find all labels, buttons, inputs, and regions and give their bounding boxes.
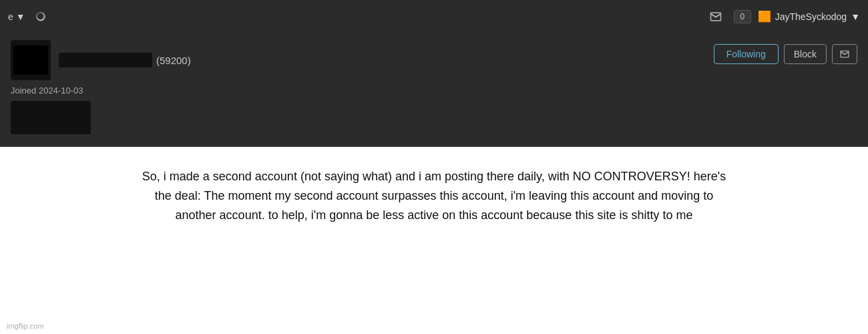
score: (59200) (156, 55, 191, 66)
username-row: (59200) (59, 53, 191, 67)
search-button[interactable] (32, 7, 52, 27)
topbar-right: 0 🟧 JayTheSyckodog ▼ (704, 5, 860, 28)
block-button[interactable]: Block (784, 44, 827, 64)
username-label: JayTheSyckodog (775, 11, 847, 22)
topbar-left: e ▼ (8, 7, 52, 27)
profile-name-score: (59200) (59, 53, 191, 67)
avatar (11, 40, 51, 80)
profile-actions: Following Block (714, 44, 857, 64)
username-blurred (59, 53, 152, 67)
mail-button[interactable] (704, 5, 727, 28)
user-dropdown-icon: ▼ (851, 11, 860, 22)
mail-icon (709, 10, 722, 23)
profile-header: (59200) Joined 2024-10-03 Following Bloc… (0, 33, 868, 147)
post-text: So, i made a second account (not saying … (134, 167, 734, 224)
user-flag: 🟧 (758, 10, 771, 23)
message-icon (839, 49, 850, 59)
nav-dropdown-label: e ▼ (8, 11, 25, 22)
nav-dropdown[interactable]: e ▼ (8, 11, 25, 22)
search-icon (35, 10, 49, 23)
message-button[interactable] (832, 44, 857, 64)
post-area: So, i made a second account (not saying … (0, 147, 868, 238)
following-button[interactable]: Following (714, 44, 779, 64)
join-date: Joined 2024-10-03 (11, 86, 857, 96)
user-menu[interactable]: 🟧 JayTheSyckodog ▼ (758, 10, 860, 23)
imgflip-watermark: imgflip.com (7, 322, 44, 330)
profile-image (11, 101, 91, 134)
topbar: e ▼ 0 🟧 JayTheSyckodog ▼ (0, 0, 868, 33)
notification-count[interactable]: 0 (734, 10, 751, 23)
